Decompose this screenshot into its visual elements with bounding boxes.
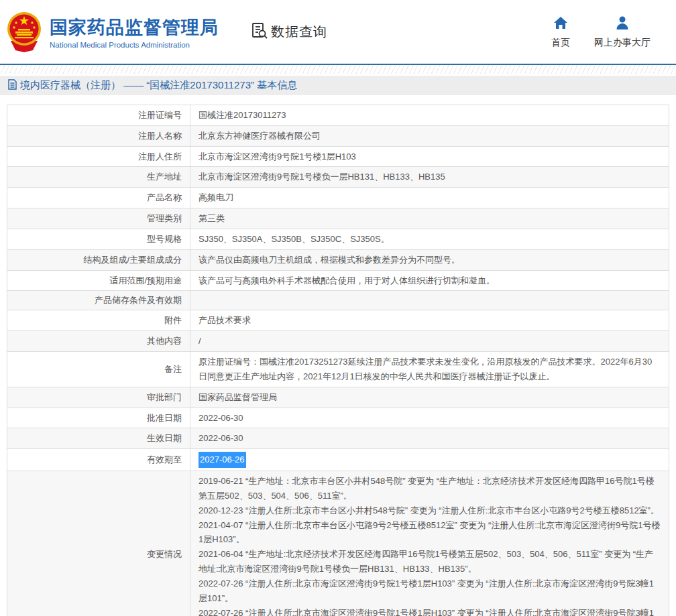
data-query-tab[interactable]: 数据查询 <box>251 22 327 42</box>
brand-title: 国家药品监督管理局 <box>50 15 219 40</box>
table-row: 结构及组成/主要组成成分 该产品仅由高频电刀主机组成，根据模式和参数差异分为不同… <box>7 250 669 271</box>
row-label: 其他内容 <box>7 331 190 351</box>
row-value: 2022-06-30 <box>190 428 669 448</box>
table-row: 适用范围/预期用途 该产品可与高频电外科手术器械配合使用，用于对人体组织进行切割… <box>7 271 669 292</box>
table-row: 注册人名称 北京东方神健医疗器械有限公司 <box>7 126 669 147</box>
table-row: 其他内容 / <box>7 331 669 352</box>
row-label: 产品储存条件及有效期 <box>7 291 190 310</box>
data-query-label: 数据查询 <box>271 23 327 41</box>
selected-date: 2027-06-26 <box>199 452 246 468</box>
row-value: 北京市海淀区澄湾街9号院1号楼1层H103 <box>190 147 669 167</box>
row-value: 产品技术要求 <box>190 310 669 330</box>
row-label: 结构及组成/主要组成成分 <box>7 250 190 270</box>
row-label: 注册人名称 <box>7 126 190 146</box>
table-row: 产品储存条件及有效期 <box>7 291 669 310</box>
table-row: 管理类别 第三类 <box>7 208 669 229</box>
nav-home-label: 首页 <box>551 37 570 49</box>
table-row: 生产地址 北京市海淀区澄湾街9号院1号楼负一层HB131、HB133、HB135 <box>7 167 669 188</box>
row-label: 批准日期 <box>7 408 190 428</box>
info-table: 注册证编号 国械注准20173011273 注册人名称 北京东方神健医疗器械有限… <box>7 105 669 616</box>
row-value: 原注册证编号：国械注准20173251273延续注册产品技术要求未发生变化，沿用… <box>190 352 669 387</box>
data-query-icon <box>251 22 268 42</box>
row-value: 国械注准20173011273 <box>190 105 669 125</box>
page-title: 境内医疗器械（注册） —— “国械注准20173011273” 基本信息 <box>20 79 297 92</box>
row-label: 备注 <box>7 352 190 387</box>
brand-block: 国家药品监督管理局 National Medical Products Admi… <box>50 15 219 49</box>
row-value: 第三类 <box>190 208 669 229</box>
brand-subtitle: National Medical Products Administration <box>50 41 219 49</box>
row-value: 国家药品监督管理局 <box>190 387 669 408</box>
header-nav: 首页 网上办事大厅 <box>551 15 669 49</box>
table-row: 变更情况 2019-06-21 “生产地址：北京市丰台区小井村548号院” 变更… <box>7 471 669 616</box>
row-label: 适用范围/预期用途 <box>7 271 190 291</box>
table-row: 注册证编号 国械注准20173011273 <box>7 105 669 126</box>
breadcrumb: 境内医疗器械（注册） —— “国械注准20173011273” 基本信息 <box>0 76 676 95</box>
hatch-strip <box>0 65 676 74</box>
row-value: 北京东方神健医疗器械有限公司 <box>190 126 669 146</box>
row-value: 高频电刀 <box>190 188 669 208</box>
row-value: SJ350、SJ350A、SJ350B、SJ350C、SJ350S。 <box>190 229 669 249</box>
table-row: 产品名称 高频电刀 <box>7 188 669 208</box>
table-row: 附件 产品技术要求 <box>7 310 669 331</box>
row-value: 2022-06-30 <box>190 408 669 428</box>
table-row: 批准日期 2022-06-30 <box>7 408 669 429</box>
table-row: 审批部门 国家药品监督管理局 <box>7 387 669 408</box>
row-value: 2019-06-21 “生产地址：北京市丰台区小井村548号院” 变更为 “生产… <box>190 471 669 616</box>
national-emblem-icon <box>7 11 42 53</box>
home-icon <box>553 15 568 33</box>
nav-service-hall[interactable]: 网上办事大厅 <box>594 15 651 49</box>
row-label: 注册人住所 <box>7 147 190 167</box>
table-row: 生效日期 2022-06-30 <box>7 428 669 449</box>
document-icon <box>8 79 17 93</box>
row-value: 该产品可与高频电外科手术器械配合使用，用于对人体组织进行切割和凝血。 <box>190 271 669 291</box>
row-value: 北京市海淀区澄湾街9号院1号楼负一层HB131、HB133、HB135 <box>190 167 669 187</box>
row-value: 2027-06-26 <box>190 449 669 471</box>
table-row: 有效期至 2027-06-26 <box>7 449 669 471</box>
row-label: 生产地址 <box>7 167 190 187</box>
nav-home[interactable]: 首页 <box>551 15 570 49</box>
row-label: 注册证编号 <box>7 105 190 125</box>
row-value: 该产品仅由高频电刀主机组成，根据模式和参数差异分为不同型号。 <box>190 250 669 270</box>
row-value <box>190 291 669 310</box>
row-label: 生效日期 <box>7 428 190 448</box>
row-value: / <box>190 331 669 351</box>
row-label: 附件 <box>7 310 190 330</box>
row-label: 有效期至 <box>7 449 190 471</box>
row-label: 型号规格 <box>7 229 190 249</box>
table-row: 型号规格 SJ350、SJ350A、SJ350B、SJ350C、SJ350S。 <box>7 229 669 250</box>
row-label: 审批部门 <box>7 387 190 408</box>
table-row: 备注 原注册证编号：国械注准20173251273延续注册产品技术要求未发生变化… <box>7 352 669 387</box>
row-label: 管理类别 <box>7 208 190 229</box>
nav-service-hall-label: 网上办事大厅 <box>594 37 651 49</box>
row-label: 变更情况 <box>7 471 190 616</box>
site-header: 国家药品监督管理局 National Medical Products Admi… <box>0 0 676 64</box>
row-label: 产品名称 <box>7 188 190 208</box>
table-row: 注册人住所 北京市海淀区澄湾街9号院1号楼1层H103 <box>7 147 669 168</box>
user-icon <box>615 15 630 33</box>
